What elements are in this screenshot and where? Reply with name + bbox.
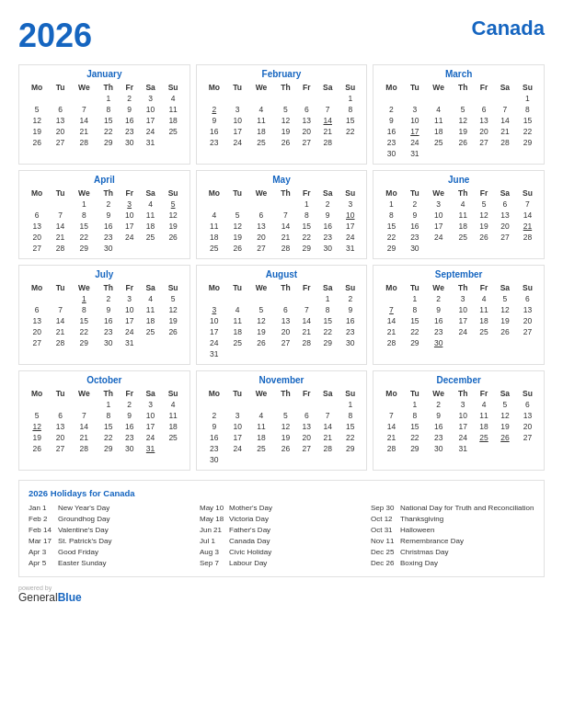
calendar-day: 10 xyxy=(452,410,474,421)
calendar-day: 28 xyxy=(494,137,516,148)
calendar-table: MoTuWeThFrSaSu12345678910111213141516171… xyxy=(24,188,185,254)
calendar-day: 7 xyxy=(378,304,404,315)
calendar-day: 12 xyxy=(452,115,474,126)
calendar-day: 11 xyxy=(247,421,274,432)
calendar-day xyxy=(50,399,71,410)
calendar-day: 14 xyxy=(50,315,71,326)
weekday-header: Su xyxy=(162,388,185,399)
calendar-day: 9 xyxy=(120,104,140,115)
calendar-day xyxy=(247,348,274,359)
calendar-day: 13 xyxy=(296,421,316,432)
calendar-day: 2 xyxy=(316,199,339,210)
calendar-day xyxy=(516,443,539,454)
calendar-day: 26 xyxy=(474,232,494,243)
calendar-day: 31 xyxy=(201,348,227,359)
calendar-day: 26 xyxy=(247,337,274,348)
calendar-day: 24 xyxy=(201,337,227,348)
weekday-header: We xyxy=(425,282,452,293)
holiday-entry: Oct 31Halloween xyxy=(371,525,534,536)
weekday-header: Su xyxy=(162,82,185,93)
holiday-date: Jun 21 xyxy=(200,525,225,536)
calendar-day: 30 xyxy=(405,243,426,254)
calendar-day xyxy=(474,443,494,454)
calendar-day: 30 xyxy=(339,337,362,348)
calendar-day: 22 xyxy=(71,326,98,337)
calendar-day: 5 xyxy=(275,410,297,421)
calendar-day xyxy=(162,243,185,254)
weekday-header: Tu xyxy=(50,282,71,293)
calendar-day: 15 xyxy=(405,315,426,326)
calendar-day: 12 xyxy=(162,304,185,315)
brand-general: General xyxy=(18,591,58,604)
weekday-header: Tu xyxy=(227,282,248,293)
calendar-day: 25 xyxy=(140,232,162,243)
weekday-header: Mo xyxy=(378,82,404,93)
holiday-entry: Apr 5Easter Sunday xyxy=(29,558,192,569)
calendar-day: 27 xyxy=(516,432,539,443)
calendar-day: 15 xyxy=(405,421,426,432)
weekday-header: Su xyxy=(516,388,539,399)
weekday-header: Su xyxy=(162,188,185,199)
calendar-day: 19 xyxy=(162,221,185,232)
calendar-day: 6 xyxy=(474,104,494,115)
calendar-day: 6 xyxy=(24,210,50,221)
weekday-header: Th xyxy=(452,282,474,293)
calendar-day: 8 xyxy=(296,210,316,221)
calendar-day: 7 xyxy=(316,410,339,421)
weekday-header: Su xyxy=(339,282,362,293)
calendar-day: 18 xyxy=(452,221,474,232)
calendar-day: 7 xyxy=(516,199,539,210)
calendar-day xyxy=(316,454,339,465)
calendar-day: 15 xyxy=(71,221,98,232)
weekday-header: Sa xyxy=(140,388,162,399)
calendar-day: 10 xyxy=(405,115,426,126)
calendar-day: 23 xyxy=(201,443,227,454)
calendar-day xyxy=(296,293,316,304)
calendar-day: 3 xyxy=(120,293,140,304)
calendar-day: 25 xyxy=(425,137,452,148)
weekday-header: Th xyxy=(452,82,474,93)
holiday-date: Sep 30 xyxy=(371,503,396,514)
calendar-day: 25 xyxy=(201,243,227,254)
calendar-day xyxy=(474,337,494,348)
holiday-date: Feb 2 xyxy=(29,514,54,525)
calendar-day: 9 xyxy=(201,421,227,432)
weekday-header: Fr xyxy=(296,282,316,293)
calendar-day: 27 xyxy=(296,443,316,454)
calendar-day xyxy=(162,337,185,348)
calendar-day: 19 xyxy=(162,315,185,326)
calendar-day: 6 xyxy=(50,104,71,115)
calendar-day xyxy=(378,93,404,104)
month-title: June xyxy=(378,175,539,185)
calendar-day: 21 xyxy=(316,432,339,443)
month-block-june: JuneMoTuWeThFrSaSu1234567891011121314151… xyxy=(373,170,545,259)
holiday-name: St. Patrick's Day xyxy=(58,536,111,547)
weekday-header: Fr xyxy=(120,282,140,293)
weekday-header: Mo xyxy=(378,388,404,399)
calendar-table: MoTuWeThFrSaSu12345678910111213141516171… xyxy=(24,82,185,148)
calendar-day xyxy=(24,399,50,410)
holiday-date: Sep 7 xyxy=(200,558,225,569)
calendar-day: 7 xyxy=(296,304,316,315)
calendar-day: 24 xyxy=(452,432,474,443)
holiday-name: Thanksgiving xyxy=(400,514,443,525)
calendar-day: 27 xyxy=(50,443,71,454)
calendar-day: 7 xyxy=(494,104,516,115)
year-title: 2026 xyxy=(18,17,92,55)
calendar-day: 5 xyxy=(24,410,50,421)
weekday-header: Tu xyxy=(227,188,248,199)
calendar-day: 10 xyxy=(227,421,248,432)
weekday-header: Sa xyxy=(494,82,516,93)
weekday-header: Th xyxy=(98,188,120,199)
weekday-header: We xyxy=(71,188,98,199)
calendar-day: 1 xyxy=(316,293,339,304)
month-title: August xyxy=(201,269,362,279)
calendar-day xyxy=(316,348,339,359)
calendar-day xyxy=(474,148,494,159)
calendar-day: 22 xyxy=(339,432,362,443)
holiday-entry: Nov 11Remembrance Day xyxy=(371,536,534,547)
calendar-day xyxy=(425,93,452,104)
calendar-day: 15 xyxy=(378,221,404,232)
calendar-day xyxy=(50,293,71,304)
weekday-header: Fr xyxy=(120,388,140,399)
